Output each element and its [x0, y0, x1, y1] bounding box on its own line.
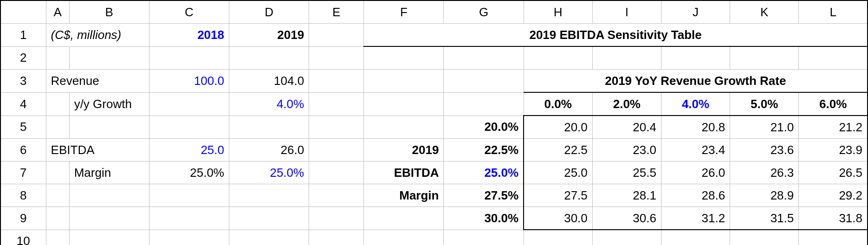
cell[interactable] [229, 46, 309, 70]
cell[interactable] [149, 184, 229, 207]
cell[interactable] [69, 184, 149, 207]
sens-cell[interactable]: 23.6 [730, 139, 799, 161]
cell[interactable] [229, 184, 309, 207]
sens-cell[interactable]: 23.9 [799, 139, 868, 161]
cell[interactable] [46, 207, 69, 230]
sens-cell[interactable]: 20.0 [524, 116, 592, 139]
cell[interactable] [364, 230, 444, 245]
sens-cell[interactable]: 23.0 [592, 139, 661, 161]
row-header[interactable]: 4 [0, 92, 46, 116]
side-label-2019[interactable]: 2019 [364, 139, 444, 161]
growth-hdr[interactable]: 6.0% [799, 92, 868, 116]
cell[interactable] [364, 70, 444, 93]
col-header[interactable]: B [69, 0, 149, 24]
margin-label[interactable]: Margin [69, 161, 149, 184]
cell[interactable] [444, 70, 524, 93]
sens-cell[interactable]: 30.6 [592, 207, 661, 230]
cell[interactable] [309, 46, 364, 70]
sens-cell[interactable]: 25.5 [592, 161, 661, 184]
margin-hdr[interactable]: 30.0% [444, 207, 524, 230]
sens-cell[interactable]: 25.0 [524, 161, 592, 184]
cell[interactable] [309, 207, 364, 230]
cell[interactable] [149, 207, 229, 230]
cell[interactable] [799, 46, 868, 70]
year-2018[interactable]: 2018 [149, 24, 229, 47]
margin-2018[interactable]: 25.0% [149, 161, 229, 184]
row-header[interactable]: 9 [0, 207, 46, 230]
row-header[interactable]: 3 [0, 70, 46, 93]
growth-hdr[interactable]: 4.0% [661, 92, 730, 116]
cell[interactable] [309, 116, 364, 139]
col-header[interactable]: F [364, 0, 444, 24]
margin-2019[interactable]: 25.0% [229, 161, 309, 184]
cell[interactable] [592, 46, 661, 70]
sens-cell[interactable]: 28.9 [730, 184, 799, 207]
sens-cell[interactable]: 28.1 [592, 184, 661, 207]
cell[interactable] [309, 70, 364, 93]
sens-cell[interactable]: 29.2 [799, 184, 868, 207]
row-header[interactable]: 2 [0, 46, 46, 70]
cell[interactable] [69, 207, 149, 230]
ebitda-2018[interactable]: 25.0 [149, 139, 229, 161]
col-header[interactable]: G [444, 0, 524, 24]
margin-hdr[interactable]: 20.0% [444, 116, 524, 139]
units-note[interactable]: (C$, millions) [46, 24, 149, 47]
cell[interactable] [309, 184, 364, 207]
revenue-2019[interactable]: 104.0 [229, 70, 309, 93]
sens-cell[interactable]: 26.3 [730, 161, 799, 184]
cell[interactable] [69, 116, 149, 139]
side-label-ebitda[interactable]: EBITDA [364, 161, 444, 184]
cell[interactable] [364, 92, 444, 116]
sens-cell[interactable]: 26.0 [661, 161, 730, 184]
cell[interactable] [149, 46, 229, 70]
cell[interactable] [46, 46, 69, 70]
cell[interactable] [364, 116, 444, 139]
sens-cell[interactable]: 22.5 [524, 139, 592, 161]
growth-hdr[interactable]: 2.0% [592, 92, 661, 116]
cell[interactable] [444, 230, 524, 245]
cell[interactable] [730, 46, 799, 70]
row-header[interactable]: 10 [0, 230, 46, 245]
sens-cell[interactable]: 31.5 [730, 207, 799, 230]
col-header[interactable]: J [661, 0, 730, 24]
yoy-growth-title[interactable]: 2019 YoY Revenue Growth Rate [524, 70, 868, 93]
cell[interactable] [309, 24, 364, 47]
growth-hdr[interactable]: 5.0% [730, 92, 799, 116]
year-2019[interactable]: 2019 [229, 24, 309, 47]
ebitda-label[interactable]: EBITDA [46, 139, 149, 161]
cell[interactable] [309, 139, 364, 161]
col-header[interactable]: E [309, 0, 364, 24]
sens-cell[interactable]: 26.5 [799, 161, 868, 184]
cell[interactable] [46, 230, 69, 245]
col-header[interactable]: C [149, 0, 229, 24]
col-header[interactable]: H [524, 0, 592, 24]
margin-hdr[interactable]: 27.5% [444, 184, 524, 207]
sens-cell[interactable]: 30.0 [524, 207, 592, 230]
yoy-growth-label[interactable]: y/y Growth [69, 92, 149, 116]
cell[interactable] [46, 184, 69, 207]
cell[interactable] [309, 230, 364, 245]
cell[interactable] [69, 230, 149, 245]
sensitivity-title[interactable]: 2019 EBITDA Sensitivity Table [364, 24, 868, 47]
cell[interactable] [69, 46, 149, 70]
sens-cell[interactable]: 20.4 [592, 116, 661, 139]
cell[interactable] [592, 230, 661, 245]
cell[interactable] [309, 92, 364, 116]
cell[interactable] [444, 92, 524, 116]
cell[interactable] [149, 92, 229, 116]
revenue-2018[interactable]: 100.0 [149, 70, 229, 93]
yoy-growth-2019[interactable]: 4.0% [229, 92, 309, 116]
revenue-label[interactable]: Revenue [46, 70, 149, 93]
col-header[interactable]: D [229, 0, 309, 24]
margin-hdr[interactable]: 25.0% [444, 161, 524, 184]
col-header[interactable]: A [46, 0, 69, 24]
sens-cell[interactable]: 21.2 [799, 116, 868, 139]
side-label-margin[interactable]: Margin [364, 184, 444, 207]
growth-hdr[interactable]: 0.0% [524, 92, 592, 116]
sens-cell[interactable]: 31.8 [799, 207, 868, 230]
cell[interactable] [309, 161, 364, 184]
sens-cell[interactable]: 31.2 [661, 207, 730, 230]
row-header[interactable]: 1 [0, 24, 46, 47]
row-header[interactable]: 7 [0, 161, 46, 184]
cell[interactable] [46, 161, 69, 184]
